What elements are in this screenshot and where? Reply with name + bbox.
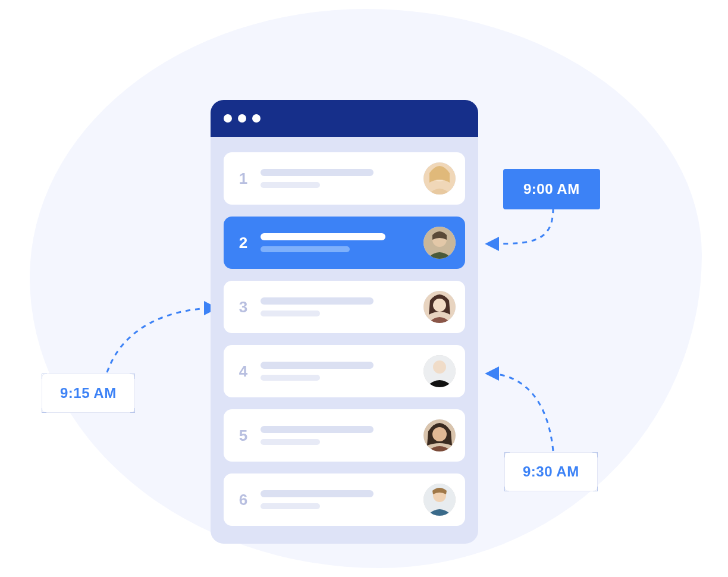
avatar (423, 162, 456, 195)
list-item[interactable]: 6 (224, 473, 465, 526)
avatar (423, 291, 456, 323)
time-badge: 9:00 AM (503, 169, 600, 209)
window-titlebar (211, 100, 478, 137)
item-number: 5 (237, 427, 250, 445)
item-text-placeholder (261, 233, 413, 252)
list-item[interactable]: 2 (224, 217, 465, 269)
item-text-placeholder (261, 426, 413, 445)
svg-point-6 (433, 299, 446, 312)
time-label: 9:15 AM (60, 385, 117, 401)
item-number: 6 (237, 491, 250, 509)
queue-list: 1 2 3 (211, 137, 478, 544)
svg-point-8 (433, 360, 446, 374)
item-number: 3 (237, 298, 250, 316)
app-window: 1 2 3 (211, 100, 478, 544)
time-label: 9:00 AM (523, 181, 580, 197)
list-item[interactable]: 5 (224, 409, 465, 462)
diagram-stage: 1 2 3 (0, 0, 728, 577)
window-control-dot (252, 114, 261, 123)
item-text-placeholder (261, 362, 413, 381)
avatar (423, 227, 456, 259)
item-text-placeholder (261, 490, 413, 509)
svg-point-10 (432, 427, 447, 441)
item-text-placeholder (261, 169, 413, 188)
time-label: 9:30 AM (523, 463, 579, 479)
item-number: 2 (237, 234, 250, 252)
time-badge: 9:15 AM (42, 374, 135, 413)
time-badge: 9:30 AM (504, 452, 598, 491)
window-control-dot (224, 114, 232, 123)
item-number: 1 (237, 170, 250, 188)
avatar (423, 419, 456, 451)
item-text-placeholder (261, 297, 413, 316)
item-number: 4 (237, 362, 250, 381)
window-control-dot (238, 114, 246, 123)
list-item[interactable]: 3 (224, 281, 465, 333)
avatar (423, 355, 456, 387)
list-item[interactable]: 1 (224, 152, 465, 205)
avatar (423, 484, 456, 516)
list-item[interactable]: 4 (224, 345, 465, 397)
